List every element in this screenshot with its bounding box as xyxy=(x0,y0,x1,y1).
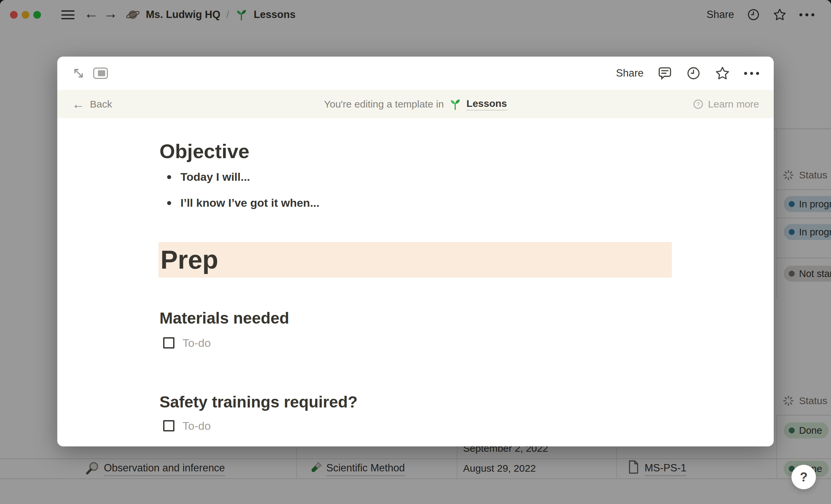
todo-item: To-do xyxy=(163,419,211,433)
bullet-icon xyxy=(167,201,171,205)
expand-icon[interactable] xyxy=(71,66,86,81)
objective-heading[interactable]: Objective xyxy=(160,140,249,163)
bullet-item[interactable]: Today I will... xyxy=(167,171,250,183)
materials-heading[interactable]: Materials needed xyxy=(160,309,289,327)
svg-text:?: ? xyxy=(696,101,699,107)
back-arrow-icon: ← xyxy=(72,98,85,111)
back-button[interactable]: ← Back xyxy=(72,90,112,118)
bullet-icon xyxy=(167,175,171,179)
comments-icon[interactable] xyxy=(658,66,672,81)
more-options-icon[interactable] xyxy=(744,72,759,75)
help-button[interactable]: ? xyxy=(792,465,816,490)
seedling-icon xyxy=(449,98,461,111)
updates-clock-icon[interactable] xyxy=(686,66,701,81)
help-circle-icon: ? xyxy=(693,99,704,110)
modal-share-button[interactable]: Share xyxy=(616,67,643,79)
learn-more-button[interactable]: ? Learn more xyxy=(693,90,759,118)
bullet-item[interactable]: I’ll know I’ve got it when... xyxy=(167,197,319,209)
template-editor-modal: Share ← Back You're editing a templa xyxy=(57,57,774,446)
safety-heading[interactable]: Safety trainings required? xyxy=(160,393,357,411)
todo-placeholder[interactable]: To-do xyxy=(182,419,211,433)
prep-heading: Prep xyxy=(159,245,218,275)
favorite-star-icon[interactable] xyxy=(715,66,730,81)
banner-target-page-link[interactable]: Lessons xyxy=(466,98,507,111)
banner-message: You're editing a template in Lessons xyxy=(324,90,507,118)
todo-placeholder[interactable]: To-do xyxy=(182,336,211,350)
modal-actions: Share xyxy=(616,65,759,82)
template-banner: ← Back You're editing a template in Less… xyxy=(57,90,774,118)
todo-checkbox[interactable] xyxy=(163,420,174,432)
prep-heading-highlight[interactable]: Prep xyxy=(159,242,672,278)
open-side-peek-icon[interactable] xyxy=(93,67,108,79)
app-window: ← → Ms. Ludwig HQ / Lessons Share xyxy=(0,0,831,504)
todo-checkbox[interactable] xyxy=(163,337,174,349)
todo-item: To-do xyxy=(163,336,211,350)
